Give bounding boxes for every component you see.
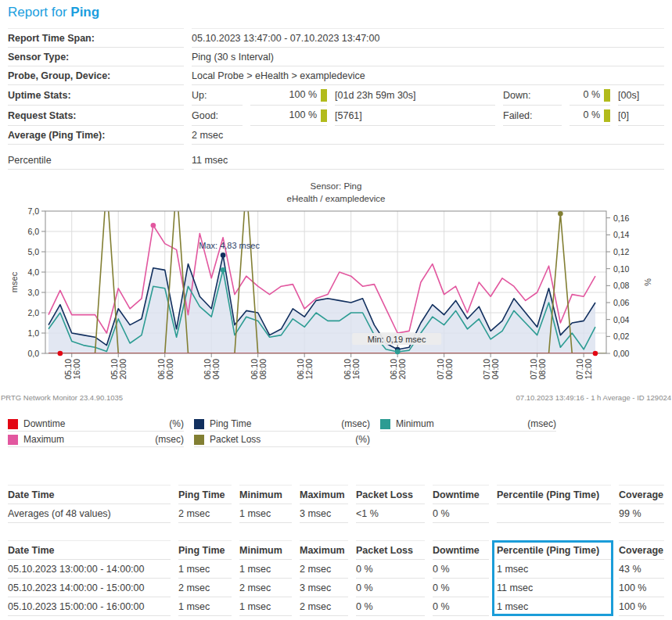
- table-cell: 1 msec: [239, 597, 292, 616]
- table-cell: 1 msec: [239, 560, 292, 579]
- svg-text:0,14: 0,14: [613, 230, 630, 239]
- info-label: Uptime Stats:: [8, 85, 184, 106]
- column-header: Date Time: [8, 485, 171, 504]
- column-header: Percentile (Ping Time): [497, 485, 611, 504]
- info-label: Sensor Type:: [8, 48, 184, 66]
- chart-footer-version: PRTG Network Monitor 23.4.90.1035: [1, 393, 123, 402]
- svg-text:6,0: 6,0: [27, 227, 39, 236]
- summary-table: Date TimePing TimeMinimumMaximumPacket L…: [0, 485, 672, 523]
- info-label: Request Stats:: [8, 106, 184, 126]
- table-cell: Averages (of 48 values): [8, 504, 171, 523]
- table-row: Averages (of 48 values)2 msec1 msec3 mse…: [8, 504, 664, 523]
- chart-footer: PRTG Network Monitor 23.4.90.1035 07.10.…: [0, 393, 672, 402]
- svg-text:08:00: 08:00: [258, 359, 268, 379]
- request-good-count: [5761]: [335, 106, 495, 126]
- column-header: Ping Time: [178, 540, 232, 560]
- info-row-timespan: Report Time Span: 05.10.2023 13:47:00 - …: [8, 28, 664, 48]
- table-cell: 0 %: [356, 579, 425, 597]
- column-header: Downtime: [433, 485, 489, 504]
- table-cell: 2 msec: [178, 579, 232, 597]
- table-cell: 0 %: [433, 560, 489, 579]
- uptime-down-duration: [00s]: [618, 85, 664, 106]
- column-header: Downtime: [433, 540, 489, 560]
- table-cell: 05.10.2023 15:00:00 - 16:00:00: [8, 597, 171, 616]
- legend-item-maximum: Maximum(msec): [8, 432, 184, 447]
- table-cell: 3 msec: [300, 579, 348, 597]
- svg-text:2,0: 2,0: [27, 308, 39, 317]
- request-good-percent: 100 %: [250, 106, 327, 126]
- percent-value: 100 %: [289, 109, 317, 120]
- legend-swatch: [194, 435, 204, 445]
- uptime-down-percent: 0 %: [570, 85, 610, 106]
- summary-table-section: Date TimePing TimeMinimumMaximumPacket L…: [0, 485, 672, 523]
- svg-text:1,0: 1,0: [27, 328, 39, 338]
- column-header: Coverage: [619, 540, 664, 560]
- table-row: 05.10.2023 15:00:00 - 16:00:001 msec1 ms…: [8, 597, 664, 616]
- svg-text:msec: msec: [9, 271, 19, 292]
- header-row: Date TimePing TimeMinimumMaximumPacket L…: [8, 540, 664, 560]
- detail-table: Date TimePing TimeMinimumMaximumPacket L…: [0, 540, 672, 616]
- column-header: Maximum: [300, 485, 348, 504]
- table-cell: 0 %: [356, 597, 425, 616]
- page-title-prefix: Report for: [8, 5, 70, 20]
- svg-text:0,04: 0,04: [613, 315, 630, 324]
- table-cell: 100 %: [619, 579, 664, 597]
- table-cell: 43 %: [619, 560, 664, 579]
- table-cell: 0 %: [433, 579, 489, 597]
- info-row-device: Probe, Group, Device: Local Probe > eHea…: [8, 66, 664, 85]
- legend-label: Packet Loss: [210, 434, 261, 445]
- column-header: Coverage: [619, 485, 664, 504]
- svg-text:5,0: 5,0: [27, 247, 39, 256]
- info-label: Average (Ping Time):: [8, 126, 184, 145]
- percent-bar: [321, 109, 327, 122]
- svg-text:0,12: 0,12: [613, 247, 630, 256]
- table-cell: 1 msec: [178, 560, 232, 579]
- table-cell: 0 %: [433, 504, 489, 523]
- column-header: Ping Time: [178, 485, 232, 504]
- page-title-object: Ping: [70, 5, 99, 20]
- request-failed-count: [0]: [618, 106, 664, 126]
- table-cell: 05.10.2023 14:00:00 - 15:00:00: [8, 579, 171, 597]
- chart-legend: Downtime(%)Ping Time(msec)Minimum(msec)M…: [8, 416, 672, 447]
- info-value: Local Probe > eHealth > exampledevice: [192, 66, 664, 85]
- header-row: Date TimePing TimeMinimumMaximumPacket L…: [8, 485, 664, 504]
- ping-chart: 0,01,02,03,04,05,06,07,0msec0,000,020,04…: [0, 205, 664, 392]
- legend-label: Ping Time: [210, 418, 251, 429]
- svg-text:16:00: 16:00: [72, 359, 81, 379]
- percent-value: 0 %: [583, 89, 600, 100]
- info-row-uptime: Uptime Stats: Up: 100 % [01d 23h 59m 30s…: [8, 85, 664, 106]
- svg-text:4,0: 4,0: [27, 267, 39, 277]
- percent-bar: [604, 89, 610, 102]
- info-value: 11 msec: [192, 151, 664, 170]
- report-info-table: Report Time Span: 05.10.2023 13:47:00 - …: [0, 28, 672, 145]
- legend-swatch: [194, 419, 204, 429]
- legend-unit: (msec): [155, 434, 184, 445]
- svg-text:20:00: 20:00: [397, 359, 407, 379]
- table-cell: 11 msec: [497, 579, 611, 597]
- svg-text:3,0: 3,0: [27, 288, 39, 297]
- legend-item-minimum: Minimum(msec): [380, 416, 556, 432]
- request-failed-label: Failed:: [503, 106, 562, 126]
- legend-label: Downtime: [23, 418, 65, 429]
- table-cell: 2 msec: [300, 560, 348, 579]
- info-row-sensortype: Sensor Type: Ping (30 s Interval): [8, 48, 664, 66]
- uptime-down-label: Down:: [503, 85, 562, 106]
- svg-text:0,02: 0,02: [613, 332, 630, 341]
- info-row-requests: Request Stats: Good: 100 % [5761] Failed…: [8, 106, 664, 126]
- uptime-up-label: Up:: [192, 85, 243, 106]
- legend-swatch: [380, 419, 390, 429]
- table-cell: 0 %: [433, 597, 489, 616]
- report-page: Report for Ping Report Time Span: 05.10.…: [0, 5, 672, 616]
- legend-item-downtime: Downtime(%): [8, 416, 184, 432]
- table-cell: <1 %: [356, 504, 425, 523]
- uptime-up-percent: 100 %: [250, 85, 327, 106]
- uptime-up-duration: [01d 23h 59m 30s]: [335, 85, 495, 106]
- svg-text:7,0: 7,0: [27, 206, 39, 216]
- svg-text:%: %: [643, 278, 652, 286]
- table-cell: 1 msec: [178, 597, 232, 616]
- legend-unit: (%): [355, 434, 370, 445]
- legend-item-ping-time: Ping Time(msec): [194, 416, 370, 432]
- legend-unit: (%): [169, 418, 184, 429]
- svg-text:04:00: 04:00: [491, 359, 500, 379]
- legend-swatch: [8, 435, 18, 445]
